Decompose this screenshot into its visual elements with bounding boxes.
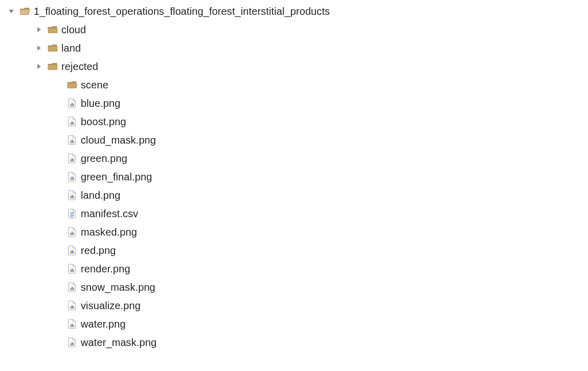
tree-item-label: snow_mask.png — [81, 282, 155, 293]
tree-item-label: boost.png — [81, 116, 126, 127]
document-file-icon — [66, 208, 78, 219]
tree-item-label: water_mask.png — [81, 337, 156, 348]
chevron-right-icon[interactable] — [34, 61, 44, 72]
image-file-icon — [66, 263, 78, 274]
folder-scene[interactable]: scene — [0, 76, 588, 94]
tree-item-label: land.png — [81, 190, 121, 201]
tree-item-label: render.png — [81, 263, 130, 274]
tree-item-label: 1_floating_forest_operations_floating_fo… — [34, 6, 330, 17]
tree-item-label: land — [61, 42, 81, 54]
image-file-icon — [66, 98, 78, 109]
image-file-icon — [66, 134, 78, 146]
image-file-icon — [66, 116, 78, 127]
file-water-mask[interactable]: water_mask.png — [0, 333, 588, 352]
file-snow-mask[interactable]: snow_mask.png — [0, 278, 588, 296]
file-green[interactable]: green.png — [0, 149, 588, 168]
tree-item-label: green_final.png — [81, 171, 152, 182]
image-file-icon — [66, 171, 78, 182]
file-tree: 1_floating_forest_operations_floating_fo… — [0, 0, 588, 358]
file-boost[interactable]: boost.png — [0, 112, 588, 131]
image-file-icon — [66, 153, 78, 164]
tree-item-label: visualize.png — [81, 300, 141, 311]
folder-open-icon — [19, 6, 31, 17]
file-land[interactable]: land.png — [0, 186, 588, 204]
image-file-icon — [66, 226, 78, 238]
folder-icon — [47, 24, 58, 35]
folder-rejected[interactable]: rejected — [0, 57, 588, 76]
chevron-down-icon[interactable] — [6, 6, 16, 16]
folder-icon — [66, 79, 78, 90]
file-green-final[interactable]: green_final.png — [0, 168, 588, 186]
chevron-right-icon[interactable] — [34, 43, 44, 53]
image-file-icon — [66, 337, 78, 348]
tree-item-label: water.png — [81, 318, 126, 330]
folder-cloud[interactable]: cloud — [0, 20, 588, 39]
folder-land[interactable]: land — [0, 39, 588, 57]
chevron-right-icon[interactable] — [34, 25, 44, 35]
tree-item-label: cloud — [61, 24, 86, 35]
image-file-icon — [66, 318, 78, 330]
file-cloud-mask[interactable]: cloud_mask.png — [0, 131, 588, 149]
file-render[interactable]: render.png — [0, 260, 588, 278]
tree-item-label: cloud_mask.png — [81, 134, 156, 146]
file-water[interactable]: water.png — [0, 315, 588, 333]
tree-item-label: masked.png — [81, 226, 137, 238]
tree-item-label: green.png — [81, 153, 127, 164]
tree-item-label: scene — [81, 79, 108, 90]
image-file-icon — [66, 282, 78, 293]
tree-item-label: blue.png — [81, 98, 121, 109]
file-blue[interactable]: blue.png — [0, 94, 588, 112]
image-file-icon — [66, 300, 78, 311]
file-masked[interactable]: masked.png — [0, 223, 588, 241]
root-folder[interactable]: 1_floating_forest_operations_floating_fo… — [0, 2, 588, 20]
file-visualize[interactable]: visualize.png — [0, 296, 588, 315]
file-red[interactable]: red.png — [0, 241, 588, 260]
file-manifest[interactable]: manifest.csv — [0, 204, 588, 223]
image-file-icon — [66, 190, 78, 201]
tree-item-label: manifest.csv — [81, 208, 138, 219]
tree-item-label: rejected — [61, 61, 98, 72]
tree-item-label: red.png — [81, 245, 116, 256]
folder-icon — [47, 42, 58, 54]
folder-icon — [47, 61, 58, 72]
image-file-icon — [66, 245, 78, 256]
